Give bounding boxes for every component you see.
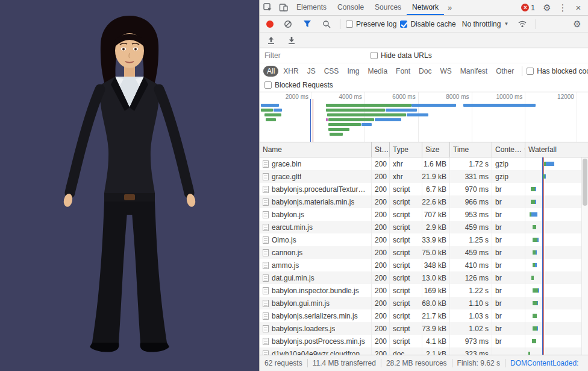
inspect-element-button[interactable] bbox=[260, 1, 275, 15]
request-content: gzip bbox=[492, 157, 525, 170]
request-row[interactable]: grace.bin200xhr1.6 MB1.72 sgzip bbox=[260, 157, 588, 170]
request-name: babylonjs.loaders.js bbox=[260, 322, 372, 335]
request-type: xhr bbox=[390, 157, 422, 170]
export-har-icon[interactable] bbox=[284, 33, 299, 48]
overview-bar bbox=[375, 118, 401, 121]
error-badge[interactable]: × 1 bbox=[521, 4, 535, 12]
request-row[interactable]: Oimo.js200script33.9 kB1.25 sbr bbox=[260, 233, 588, 246]
tab-console[interactable]: Console bbox=[332, 0, 369, 15]
waterfall-bar bbox=[532, 339, 536, 343]
hide-data-urls-checkbox[interactable]: Hide data URLs bbox=[371, 51, 432, 60]
more-tabs-button[interactable]: » bbox=[444, 0, 455, 15]
type-chip-doc[interactable]: Doc bbox=[415, 66, 435, 77]
network-conditions-icon[interactable] bbox=[514, 17, 530, 31]
overview-tick-label: 8000 ms bbox=[446, 94, 469, 100]
throttling-select[interactable]: No throttling ▼ bbox=[460, 19, 511, 30]
record-button[interactable] bbox=[266, 21, 274, 28]
type-chip-font[interactable]: Font bbox=[392, 66, 414, 77]
waterfall-dcl-line bbox=[542, 157, 543, 170]
request-row[interactable]: babylonjs.postProcess.min.js200script4.1… bbox=[260, 335, 588, 347]
request-name: babylon.gui.min.js bbox=[260, 297, 372, 309]
device-toolbar-button[interactable] bbox=[275, 1, 291, 15]
request-row[interactable]: grace.gltf200xhr21.9 kB331 msgzip bbox=[260, 170, 588, 183]
request-row[interactable]: babylonjs.materials.min.js200script22.6 … bbox=[260, 195, 588, 208]
type-chip-css[interactable]: CSS bbox=[321, 66, 343, 77]
type-chip-all[interactable]: All bbox=[263, 66, 278, 77]
clear-button[interactable] bbox=[280, 17, 296, 31]
chevron-down-icon: ▼ bbox=[504, 21, 508, 27]
3d-viewport[interactable] bbox=[0, 0, 259, 371]
tab-network[interactable]: Network bbox=[407, 0, 444, 15]
type-chip-ws[interactable]: WS bbox=[436, 66, 455, 77]
request-row[interactable]: cannon.js200script75.0 kB459 msbr bbox=[260, 246, 588, 259]
type-chip-manifest[interactable]: Manifest bbox=[457, 66, 491, 77]
request-row[interactable]: babylonjs.serializers.min.js200script21.… bbox=[260, 309, 588, 322]
scrollbar-thumb[interactable] bbox=[583, 159, 587, 206]
devtools-tabbar: Elements Console Sources Network » × 1 ⚙… bbox=[260, 0, 588, 16]
disable-cache-checkbox[interactable]: Disable cache bbox=[400, 20, 455, 28]
request-content: br bbox=[492, 284, 525, 297]
overview-bar bbox=[328, 128, 349, 131]
type-chip-js[interactable]: JS bbox=[304, 66, 319, 77]
request-name-text: ammo.js bbox=[272, 261, 299, 270]
request-row[interactable]: babylonjs.loaders.js200script73.9 kB1.02… bbox=[260, 322, 588, 335]
request-name: babylonjs.postProcess.min.js bbox=[260, 335, 372, 347]
type-chip-img[interactable]: Img bbox=[343, 66, 363, 77]
network-settings-gear-icon[interactable]: ⚙ bbox=[570, 17, 584, 31]
column-header-size[interactable]: Size bbox=[422, 142, 450, 157]
request-content: br bbox=[492, 195, 525, 208]
request-waterfall bbox=[525, 347, 588, 355]
column-header-name[interactable]: Name bbox=[260, 142, 372, 157]
overview-bar bbox=[407, 113, 428, 116]
request-name-text: grace.gltf bbox=[272, 173, 301, 181]
request-status: 200 bbox=[372, 233, 390, 246]
column-header-status[interactable]: St… bbox=[372, 142, 390, 157]
type-chip-xhr[interactable]: XHR bbox=[280, 66, 302, 77]
column-header-type[interactable]: Type bbox=[390, 142, 422, 157]
settings-gear-icon[interactable]: ⚙ bbox=[540, 1, 554, 15]
filter-input[interactable] bbox=[264, 51, 355, 60]
request-type: script bbox=[390, 183, 422, 195]
blocked-requests-checkbox[interactable]: Blocked Requests bbox=[264, 81, 333, 89]
close-icon[interactable]: × bbox=[571, 1, 586, 15]
timeline-overview[interactable]: 2000 ms4000 ms6000 ms8000 ms10000 ms1200… bbox=[260, 92, 588, 142]
request-time: 1.22 s bbox=[450, 284, 492, 297]
character-illustration bbox=[0, 0, 259, 371]
request-waterfall bbox=[525, 208, 588, 221]
filter-toggle-icon[interactable] bbox=[299, 17, 315, 31]
request-row[interactable]: ammo.js200script348 kB410 msbr bbox=[260, 259, 588, 271]
type-chip-media[interactable]: Media bbox=[364, 66, 391, 77]
waterfall-bar bbox=[531, 212, 537, 217]
column-header-waterfall[interactable]: Waterfall bbox=[525, 142, 588, 157]
request-waterfall bbox=[525, 246, 588, 259]
search-icon[interactable] bbox=[319, 17, 334, 31]
request-name-text: babylonjs.proceduralTextur… bbox=[272, 185, 365, 194]
column-header-time[interactable]: Time bbox=[450, 142, 492, 157]
tab-sources[interactable]: Sources bbox=[369, 0, 407, 15]
request-time: 1.03 s bbox=[450, 309, 492, 322]
overview-tick-label: 10000 ms bbox=[496, 94, 522, 100]
waterfall-dcl-line bbox=[542, 233, 543, 246]
request-waterfall bbox=[525, 170, 588, 183]
menu-dots-icon[interactable]: ⋮ bbox=[555, 1, 570, 15]
has-blocked-cookies-checkbox[interactable]: Has blocked cookies bbox=[527, 67, 588, 75]
column-header-content[interactable]: Conte… ▼ bbox=[492, 142, 525, 157]
request-row[interactable]: babylon.js200script707 kB953 msbr bbox=[260, 208, 588, 221]
request-row[interactable]: babylon.gui.min.js200script68.0 kB1.10 s… bbox=[260, 297, 588, 309]
request-row[interactable]: babylonjs.proceduralTextur…200script6.7 … bbox=[260, 183, 588, 195]
preserve-log-checkbox[interactable]: Preserve log bbox=[346, 20, 396, 28]
request-row[interactable]: earcut.min.js200script2.9 kB459 msbr bbox=[260, 221, 588, 233]
request-row[interactable]: dat.gui.min.js200script13.0 kB126 msbr bbox=[260, 271, 588, 284]
type-chip-other[interactable]: Other bbox=[492, 66, 518, 77]
import-har-icon[interactable] bbox=[263, 33, 279, 48]
request-row[interactable]: babylon.inspector.bundle.js200script169 … bbox=[260, 284, 588, 297]
request-name: d1wh10a04e9wzr.cloudfron… bbox=[260, 347, 372, 355]
request-name-text: dat.gui.min.js bbox=[272, 274, 314, 282]
tab-elements[interactable]: Elements bbox=[291, 0, 332, 15]
overview-bar bbox=[274, 109, 281, 112]
request-row[interactable]: d1wh10a04e9wzr.cloudfron…200doc2.1 kB323… bbox=[260, 347, 588, 355]
blocked-requests-row: Blocked Requests bbox=[260, 78, 588, 92]
request-time: 410 ms bbox=[450, 259, 492, 271]
vertical-scrollbar[interactable] bbox=[581, 157, 588, 355]
request-time: 1.02 s bbox=[450, 322, 492, 335]
